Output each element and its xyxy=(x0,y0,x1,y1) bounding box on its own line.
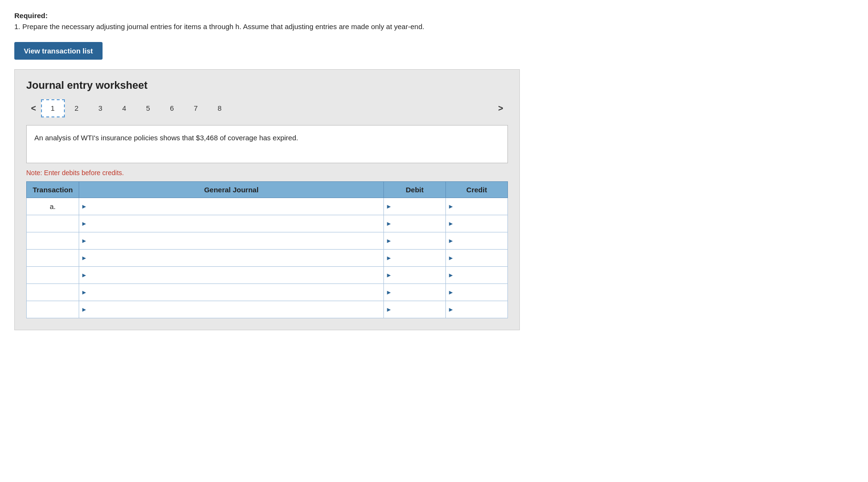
credit-input-7[interactable] xyxy=(446,301,507,318)
general-journal-input-5[interactable] xyxy=(79,267,383,283)
transaction-cell-3 xyxy=(27,232,79,249)
journal-table: Transaction General Journal Debit Credit… xyxy=(26,181,508,318)
tab-6[interactable]: 6 xyxy=(160,99,184,117)
table-row: ► ► ► xyxy=(27,232,508,249)
view-transaction-button[interactable]: View transaction list xyxy=(14,42,103,60)
credit-cell-6[interactable]: ► xyxy=(446,283,508,301)
general-journal-input-7[interactable] xyxy=(79,301,383,318)
general-journal-cell-5[interactable]: ► xyxy=(79,266,384,283)
general-journal-cell-7[interactable]: ► xyxy=(79,301,384,318)
credit-cell-7[interactable]: ► xyxy=(446,301,508,318)
table-row: ► ► ► xyxy=(27,249,508,266)
general-journal-input-1[interactable] xyxy=(79,198,383,215)
tab-navigation: < 1 2 3 4 5 6 7 8 > xyxy=(26,99,508,117)
transaction-cell-1: a. xyxy=(27,198,79,215)
debit-input-4[interactable] xyxy=(384,250,445,266)
table-row: ► ► ► xyxy=(27,266,508,283)
general-journal-input-3[interactable] xyxy=(79,232,383,249)
col-header-general-journal: General Journal xyxy=(79,181,384,198)
general-journal-cell-4[interactable]: ► xyxy=(79,249,384,266)
table-row: a. ► ► ► xyxy=(27,198,508,215)
debit-input-5[interactable] xyxy=(384,267,445,283)
table-row: ► ► ► xyxy=(27,283,508,301)
debit-credit-note: Note: Enter debits before credits. xyxy=(26,169,508,177)
debit-cell-3[interactable]: ► xyxy=(384,232,446,249)
debit-cell-4[interactable]: ► xyxy=(384,249,446,266)
credit-cell-3[interactable]: ► xyxy=(446,232,508,249)
transaction-cell-4 xyxy=(27,249,79,266)
col-header-credit: Credit xyxy=(446,181,508,198)
general-journal-cell-2[interactable]: ► xyxy=(79,215,384,232)
credit-input-3[interactable] xyxy=(446,232,507,249)
table-row: ► ► ► xyxy=(27,215,508,232)
credit-input-2[interactable] xyxy=(446,215,507,232)
credit-cell-4[interactable]: ► xyxy=(446,249,508,266)
credit-input-6[interactable] xyxy=(446,284,507,301)
tab-5[interactable]: 5 xyxy=(136,99,160,117)
tab-7[interactable]: 7 xyxy=(184,99,208,117)
tab-1[interactable]: 1 xyxy=(41,99,65,117)
credit-cell-5[interactable]: ► xyxy=(446,266,508,283)
credit-input-1[interactable] xyxy=(446,198,507,215)
required-description: 1. Prepare the necessary adjusting journ… xyxy=(14,21,854,32)
tab-2[interactable]: 2 xyxy=(65,99,89,117)
general-journal-input-6[interactable] xyxy=(79,284,383,301)
tab-3[interactable]: 3 xyxy=(89,99,113,117)
debit-input-2[interactable] xyxy=(384,215,445,232)
debit-cell-7[interactable]: ► xyxy=(384,301,446,318)
transaction-cell-6 xyxy=(27,283,79,301)
debit-cell-1[interactable]: ► xyxy=(384,198,446,215)
debit-input-6[interactable] xyxy=(384,284,445,301)
general-journal-input-4[interactable] xyxy=(79,250,383,266)
tab-prev-arrow[interactable]: < xyxy=(26,102,41,115)
general-journal-cell-6[interactable]: ► xyxy=(79,283,384,301)
debit-cell-6[interactable]: ► xyxy=(384,283,446,301)
debit-input-1[interactable] xyxy=(384,198,445,215)
credit-cell-2[interactable]: ► xyxy=(446,215,508,232)
required-desc-text: 1. Prepare the necessary adjusting journ… xyxy=(14,22,424,31)
debit-input-7[interactable] xyxy=(384,301,445,318)
table-row: ► ► ► xyxy=(27,301,508,318)
col-header-debit: Debit xyxy=(384,181,446,198)
tab-next-arrow[interactable]: > xyxy=(493,102,508,115)
debit-cell-2[interactable]: ► xyxy=(384,215,446,232)
transaction-cell-7 xyxy=(27,301,79,318)
tab-4[interactable]: 4 xyxy=(113,99,136,117)
general-journal-cell-3[interactable]: ► xyxy=(79,232,384,249)
debit-cell-5[interactable]: ► xyxy=(384,266,446,283)
general-journal-cell-1[interactable]: ► xyxy=(79,198,384,215)
transaction-cell-5 xyxy=(27,266,79,283)
tab-8[interactable]: 8 xyxy=(208,99,232,117)
col-header-transaction: Transaction xyxy=(27,181,79,198)
credit-input-4[interactable] xyxy=(446,250,507,266)
transaction-cell-2 xyxy=(27,215,79,232)
general-journal-input-2[interactable] xyxy=(79,215,383,232)
credit-cell-1[interactable]: ► xyxy=(446,198,508,215)
transaction-description: An analysis of WTI's insurance policies … xyxy=(26,125,508,163)
debit-input-3[interactable] xyxy=(384,232,445,249)
credit-input-5[interactable] xyxy=(446,267,507,283)
required-title: Required: xyxy=(14,11,854,20)
worksheet-title: Journal entry worksheet xyxy=(26,79,508,92)
journal-entry-worksheet: Journal entry worksheet < 1 2 3 4 5 6 7 … xyxy=(14,69,520,330)
